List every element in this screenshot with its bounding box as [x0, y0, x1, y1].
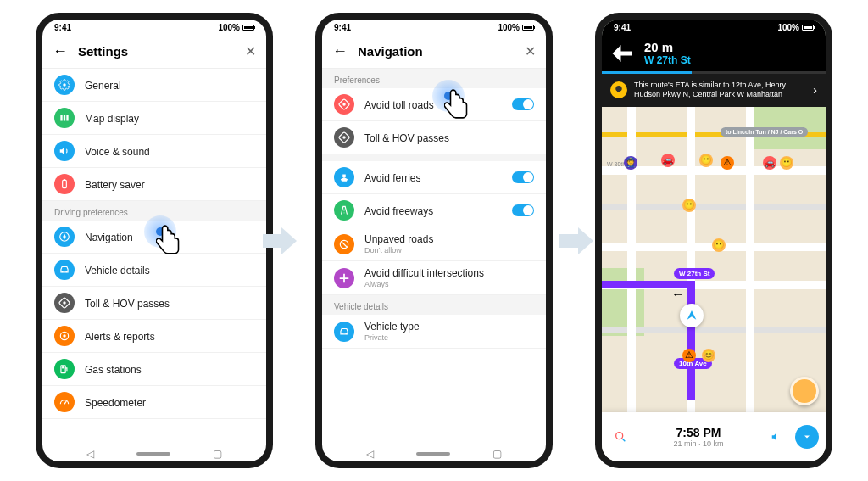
toll-icon: [54, 293, 75, 313]
map-hazard-icon: 🚗: [661, 154, 675, 167]
svg-point-0: [63, 83, 66, 87]
svg-point-16: [342, 103, 346, 106]
nav-recent-icon[interactable]: ▢: [492, 448, 502, 460]
row-label: Toll & HOV passes: [364, 132, 449, 144]
row-voice-sound[interactable]: Voice & sound: [42, 135, 266, 168]
back-icon[interactable]: ←: [53, 42, 68, 60]
battery-saver-icon: [54, 174, 75, 194]
alert-icon: [54, 326, 75, 346]
android-nav-bar: ◁ ▢: [322, 445, 546, 461]
svg-point-12: [63, 334, 66, 338]
turn-banner: 20 m W 27th St: [602, 35, 826, 71]
row-sub: Don't allow: [364, 246, 534, 254]
report-fab[interactable]: [790, 377, 819, 405]
svg-rect-2: [64, 115, 65, 121]
section-vehicle: Vehicle details: [322, 295, 546, 315]
row-alerts[interactable]: Alerts & reports: [42, 320, 266, 353]
map-alert-icon: 😶: [682, 199, 696, 212]
close-icon[interactable]: ✕: [525, 43, 536, 59]
battery-icon: [522, 25, 534, 31]
row-label: Battery saver: [85, 179, 145, 191]
status-battery: 100%: [498, 23, 520, 32]
row-toll-hov[interactable]: Toll & HOV passes: [322, 121, 546, 154]
row-avoid-tolls[interactable]: Avoid toll roads: [322, 88, 546, 121]
row-speedometer[interactable]: Speedometer: [42, 386, 266, 419]
route-hint[interactable]: This route's ETA is similar to 12th Ave,…: [602, 74, 826, 107]
street-label-lincoln: to Lincoln Tun / NJ / Cars O: [721, 127, 808, 137]
svg-rect-19: [342, 175, 346, 178]
svg-rect-1: [60, 115, 62, 121]
nav-back-icon[interactable]: ◁: [366, 448, 374, 460]
settings-list: General Map display Voice & sound Batter…: [42, 69, 266, 445]
svg-rect-14: [62, 366, 64, 368]
nav-home-icon[interactable]: [136, 452, 170, 456]
bottom-sheet[interactable]: 7:58 PM 21 min · 10 km: [602, 412, 826, 461]
nav-list: Preferences Avoid toll roads Toll & HOV …: [322, 69, 546, 445]
gear-icon: [54, 75, 75, 95]
map-police-icon: 👮: [624, 156, 637, 170]
row-gas[interactable]: Gas stations: [42, 353, 266, 386]
nav-recent-icon[interactable]: ▢: [213, 448, 222, 460]
phone-settings: 9:41 100% ← Settings ✕ General Map displ…: [36, 13, 273, 468]
page-title: Navigation: [358, 44, 515, 59]
flow-arrow-icon: [559, 224, 593, 258]
sound-icon[interactable]: [765, 425, 788, 449]
nav-home-icon[interactable]: [416, 452, 450, 456]
row-label: General: [85, 80, 121, 92]
hint-text: This route's ETA is similar to 12th Ave,…: [634, 81, 806, 100]
turn-street: W 27th St: [644, 54, 691, 66]
status-time: 9:41: [614, 23, 631, 32]
search-icon[interactable]: [609, 425, 632, 449]
row-vehicle-type[interactable]: Vehicle type Private: [322, 315, 546, 349]
row-toll-hov[interactable]: Toll & HOV passes: [42, 287, 266, 320]
row-label: Avoid difficult intersections: [364, 267, 534, 279]
svg-point-8: [65, 271, 67, 272]
status-battery: 100%: [777, 23, 799, 32]
row-map-display[interactable]: Map display: [42, 102, 266, 135]
phone-map: 9:41 100% 20 m W 27th St This route's ET…: [595, 13, 832, 468]
chevron-right-icon: ›: [813, 83, 817, 97]
status-time: 9:41: [334, 23, 351, 32]
expand-icon[interactable]: [795, 425, 819, 449]
svg-point-23: [616, 433, 623, 439]
row-avoid-ferries[interactable]: Avoid ferries: [322, 161, 546, 194]
svg-rect-5: [64, 179, 65, 180]
row-intersections[interactable]: Avoid difficult intersections Always: [322, 261, 546, 295]
row-battery-saver[interactable]: Battery saver: [42, 168, 266, 201]
back-icon[interactable]: ←: [332, 42, 348, 60]
row-vehicle-details[interactable]: Vehicle details: [42, 254, 266, 287]
toll-icon: [334, 127, 354, 148]
map-alert-icon: 😶: [712, 238, 726, 252]
toggle-ferries[interactable]: [512, 171, 534, 183]
svg-point-22: [345, 333, 347, 334]
gas-icon: [54, 359, 75, 379]
freeway-icon: [334, 200, 354, 221]
svg-point-18: [342, 136, 346, 139]
row-general[interactable]: General: [42, 69, 266, 102]
row-navigation[interactable]: Navigation: [42, 221, 266, 254]
close-icon[interactable]: ✕: [245, 43, 256, 59]
row-label: Vehicle details: [85, 265, 150, 277]
status-time: 9:41: [54, 23, 71, 32]
toggle-freeways[interactable]: [512, 204, 534, 216]
row-label: Unpaved roads: [364, 233, 534, 245]
row-label: Map display: [85, 113, 139, 125]
nav-back-icon[interactable]: ◁: [86, 448, 94, 460]
app-bar-settings: ← Settings ✕: [42, 35, 266, 69]
flow-arrow-icon: [263, 224, 297, 258]
map-alert-icon: 😊: [702, 349, 715, 362]
map-alert-icon: 😶: [699, 154, 713, 167]
row-unpaved[interactable]: Unpaved roads Don't allow: [322, 227, 546, 261]
battery-icon: [242, 25, 254, 31]
status-bar: 9:41 100%: [42, 20, 266, 35]
map-canvas[interactable]: W 27th St 10th Ave to Lincoln Tun / NJ /…: [602, 107, 826, 462]
row-label: Avoid ferries: [364, 172, 420, 184]
row-avoid-freeways[interactable]: Avoid freeways: [322, 194, 546, 227]
intersection-icon: [334, 268, 354, 288]
section-preferences: Preferences: [322, 69, 546, 88]
map-display-icon: [54, 108, 75, 128]
battery-icon: [802, 25, 814, 31]
map-alert-icon: ⚠: [682, 349, 696, 362]
map-alert-icon: 🚗: [763, 156, 776, 170]
toggle-avoid-tolls[interactable]: [512, 98, 534, 110]
